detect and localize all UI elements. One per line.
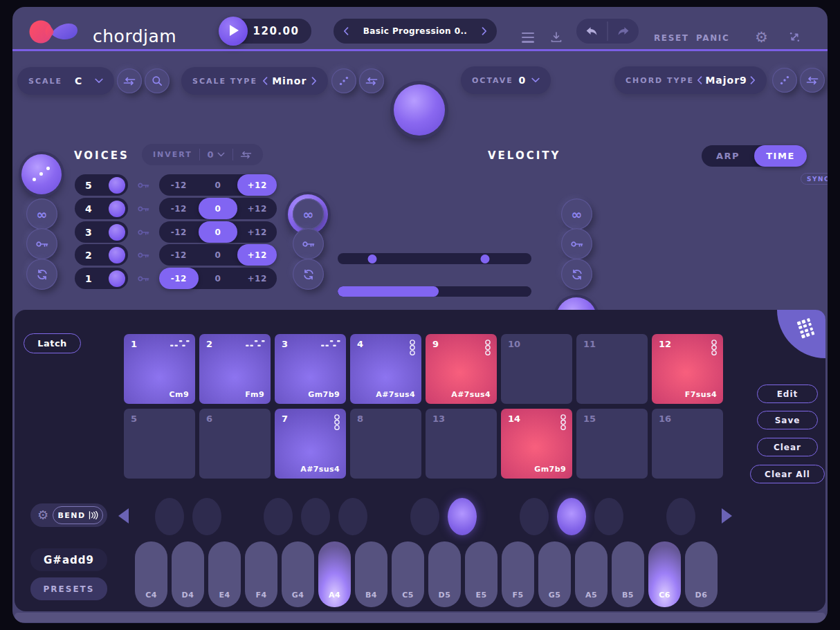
pad-4[interactable]: 4A#7sus4: [350, 334, 421, 404]
velocity-lock-key-button[interactable]: [293, 228, 324, 259]
scale-type-next-icon[interactable]: [311, 77, 317, 85]
arp-tab[interactable]: ARP: [702, 145, 754, 167]
latch-button[interactable]: Latch: [24, 333, 81, 353]
key-icon[interactable]: [138, 275, 149, 282]
chord-type-prev-icon[interactable]: [697, 76, 702, 84]
white-key-F5[interactable]: F5: [502, 541, 534, 607]
voice-on-indicator[interactable]: [109, 270, 125, 287]
clear-button[interactable]: Clear: [757, 438, 818, 456]
edit-button[interactable]: Edit: [757, 385, 818, 403]
time-cycle-button[interactable]: [561, 259, 592, 290]
pad-11[interactable]: 11: [576, 334, 648, 404]
pad-10[interactable]: 10: [501, 334, 572, 404]
resize-connect-icon[interactable]: [789, 31, 801, 43]
black-key-As5[interactable]: [594, 498, 623, 535]
main-knob[interactable]: [394, 84, 445, 136]
black-key-Fs4[interactable]: [264, 498, 293, 535]
settings-gear-icon[interactable]: ⚙: [755, 30, 768, 45]
pad-1[interactable]: 1Cm9: [124, 334, 195, 404]
view-toggle-corner[interactable]: [777, 310, 825, 358]
chord-type-next-icon[interactable]: [750, 76, 756, 84]
download-icon[interactable]: [550, 32, 563, 43]
black-key-Ds5[interactable]: [448, 498, 477, 535]
velocity-cycle-button[interactable]: [293, 259, 324, 290]
save-button[interactable]: Save: [757, 411, 818, 429]
time-tab[interactable]: TIME: [754, 145, 807, 167]
scale-type-select[interactable]: SCALE TYPE Minor: [181, 67, 328, 95]
black-key-Gs5[interactable]: [557, 498, 586, 535]
pad-5[interactable]: 5: [124, 409, 195, 479]
voice-octave-segment[interactable]: -120+12: [159, 244, 277, 266]
black-key-Gs4[interactable]: [301, 498, 330, 535]
white-key-G5[interactable]: G5: [538, 541, 571, 607]
voice-toggle[interactable]: 4: [75, 198, 128, 219]
voice-toggle[interactable]: 1: [75, 268, 128, 289]
voice-octave-segment[interactable]: -120+12: [159, 174, 277, 196]
preset-name[interactable]: Basic Progression 0..: [363, 26, 468, 36]
velocity-range-slider[interactable]: [338, 253, 531, 264]
scale-swap-button[interactable]: [117, 68, 142, 93]
voices-cycle-button[interactable]: [26, 259, 57, 290]
voice-toggle[interactable]: 3: [75, 221, 128, 243]
voices-infinity-button[interactable]: ∞: [26, 198, 57, 230]
pad-13[interactable]: 13: [426, 409, 497, 479]
voices-lock-key-button[interactable]: [26, 228, 57, 259]
clear-all-button[interactable]: Clear All: [750, 465, 825, 483]
voice-on-indicator[interactable]: [109, 177, 125, 194]
window-resize-strip[interactable]: [15, 613, 825, 622]
velocity-range-handle-high[interactable]: [480, 254, 489, 263]
black-key-Fs5[interactable]: [520, 498, 549, 535]
key-icon[interactable]: [138, 205, 149, 212]
scale-type-prev-icon[interactable]: [262, 77, 268, 85]
white-key-E5[interactable]: E5: [465, 541, 497, 607]
pad-7[interactable]: 7A#7sus4: [275, 409, 346, 479]
scale-type-swap-button[interactable]: [359, 68, 384, 93]
time-lock-key-button[interactable]: [561, 228, 592, 259]
pad-6[interactable]: 6: [199, 409, 271, 479]
key-icon[interactable]: [138, 229, 149, 236]
black-key-Cs4[interactable]: [155, 498, 184, 535]
white-key-C6[interactable]: C6: [648, 541, 681, 607]
voice-octave-segment[interactable]: -120+12: [159, 268, 277, 289]
white-key-B5[interactable]: B5: [612, 541, 644, 607]
sync-badge[interactable]: SYNC: [801, 173, 828, 185]
white-key-A5[interactable]: A5: [575, 541, 608, 607]
octave-select[interactable]: OCTAVE 0: [461, 66, 551, 94]
voice-on-indicator[interactable]: [109, 201, 125, 217]
presets-button[interactable]: PRESETS: [30, 577, 107, 600]
velocity-bar-voice5[interactable]: [338, 286, 531, 297]
white-key-A4[interactable]: A4: [318, 541, 351, 607]
voice-toggle[interactable]: 5: [75, 174, 128, 196]
velocity-range-handle-low[interactable]: [368, 254, 377, 263]
white-key-B4[interactable]: B4: [355, 541, 387, 607]
voices-random-knob[interactable]: [21, 154, 62, 194]
white-key-D5[interactable]: D5: [428, 541, 461, 607]
voice-on-indicator[interactable]: [109, 224, 125, 241]
pad-3[interactable]: 3Gm7b9: [275, 334, 346, 404]
time-infinity-button[interactable]: ∞: [561, 198, 592, 230]
undo-button[interactable]: [576, 19, 607, 44]
keyboard-scroll-right-arrow[interactable]: [722, 508, 732, 524]
black-key-Cs5[interactable]: [410, 498, 439, 535]
white-key-F4[interactable]: F4: [245, 541, 277, 607]
scale-detect-button[interactable]: [145, 68, 170, 93]
voice-on-indicator[interactable]: [109, 247, 125, 263]
white-key-D4[interactable]: D4: [172, 541, 204, 607]
panic-button[interactable]: PANIC: [696, 33, 729, 43]
white-key-C5[interactable]: C5: [392, 541, 424, 607]
voice-toggle[interactable]: 2: [75, 244, 128, 266]
chord-type-swap-button[interactable]: [800, 68, 825, 93]
key-icon[interactable]: [138, 252, 149, 259]
pad-12[interactable]: 12F7sus4: [652, 334, 723, 404]
reset-button[interactable]: RESET: [654, 33, 688, 43]
black-key-As4[interactable]: [338, 498, 367, 535]
black-key-Cs6[interactable]: [666, 498, 695, 535]
voice-octave-segment[interactable]: -120+12: [159, 221, 277, 243]
key-icon[interactable]: [138, 182, 149, 189]
pad-8[interactable]: 8: [350, 409, 421, 479]
black-key-Ds4[interactable]: [192, 498, 221, 535]
invert-value-dropdown[interactable]: 0: [207, 149, 225, 160]
play-button[interactable]: [219, 17, 248, 46]
bend-toggle[interactable]: BEND: [53, 506, 103, 524]
keyboard-scroll-left-arrow[interactable]: [118, 508, 129, 524]
